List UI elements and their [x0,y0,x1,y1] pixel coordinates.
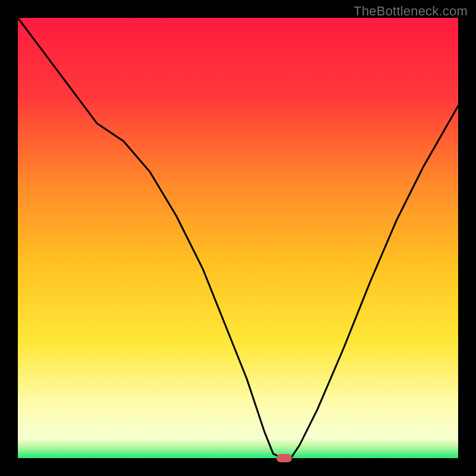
bottleneck-chart [0,0,476,476]
chart-frame: TheBottleneck.com [0,0,476,476]
plot-background [18,18,458,458]
minimum-marker [277,454,292,462]
watermark-text: TheBottleneck.com [353,4,468,19]
